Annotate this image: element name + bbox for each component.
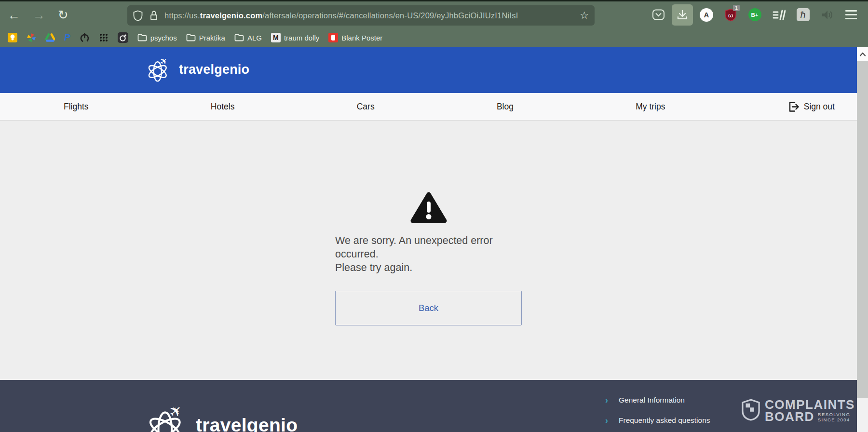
footer-brand-text: travelgenio — [196, 415, 298, 432]
nav-item-cars[interactable]: Cars — [357, 102, 375, 112]
caret-up-icon — [859, 52, 866, 56]
folder-icon — [234, 34, 244, 41]
bplus-extension-icon[interactable]: B+ — [743, 1, 767, 28]
scroll-up-button[interactable] — [857, 47, 868, 61]
atom-plane-icon: ✈ — [146, 55, 171, 84]
footer-link-label: Frequently asked questions — [619, 416, 710, 425]
bookmark-dots-grid[interactable] — [99, 33, 108, 42]
error-message-line1: We are sorry. An unexpected error occurr… — [335, 234, 522, 261]
bookmark-camera[interactable] — [118, 32, 128, 43]
back-button-label: Back — [419, 303, 438, 313]
bookmark-power[interactable] — [80, 33, 90, 43]
footer-links: › General Information › Frequently asked… — [605, 394, 710, 432]
power-icon — [80, 33, 90, 43]
menu-hamburger-icon[interactable] — [839, 1, 863, 28]
footer-link-faq[interactable]: › Frequently asked questions — [605, 415, 710, 426]
nav-item-hotels[interactable]: Hotels — [211, 102, 235, 112]
hypothesis-extension-icon[interactable]: ℏ — [791, 1, 815, 28]
chevron-right-icon: › — [605, 416, 608, 425]
error-message-line2: Please try again. — [335, 261, 522, 274]
url-fade-overlay — [548, 5, 577, 26]
bookmark-drive[interactable] — [45, 33, 55, 42]
profile-avatar[interactable]: A — [694, 1, 719, 28]
bookmark-label: psychos — [150, 34, 177, 42]
error-panel: We are sorry. An unexpected error occurr… — [335, 191, 522, 325]
warning-triangle-icon — [410, 191, 447, 224]
travelgenio-logo[interactable]: ✈ travelgenio — [146, 55, 249, 84]
drive-triangle-icon — [45, 33, 55, 42]
brand-text: travelgenio — [179, 62, 249, 77]
complaintsboard-sub1: RESOLVING — [818, 412, 850, 417]
toolbar-nav-buttons: ← → ↻ — [8, 1, 68, 28]
browser-window: ← → ↻ https://us.travelgenio.com/aftersa… — [0, 0, 868, 432]
lightbulb-icon — [8, 33, 17, 42]
folder-icon — [137, 34, 147, 41]
url-bar[interactable]: https://us.travelgenio.com/aftersale/ope… — [127, 5, 595, 26]
m-glyph: M — [273, 34, 279, 41]
error-message: We are sorry. An unexpected error occurr… — [335, 234, 522, 274]
bookmark-folder-praktika[interactable]: Praktika — [186, 34, 225, 42]
nav-item-my-trips[interactable]: My trips — [636, 102, 665, 112]
url-text[interactable]: https://us.travelgenio.com/aftersale/ope… — [164, 11, 577, 20]
sign-out-button[interactable]: Sign out — [787, 101, 835, 113]
red-poster-icon — [328, 33, 338, 42]
sign-out-icon — [787, 101, 800, 113]
folder-icon — [186, 34, 196, 41]
bookmark-star-icon[interactable]: ☆ — [580, 10, 589, 21]
sign-out-label: Sign out — [804, 102, 835, 112]
page-viewport: ✈ travelgenio Flights Hotels Cars Blog M… — [0, 47, 857, 432]
nav-item-flights[interactable]: Flights — [64, 102, 89, 112]
vertical-scrollbar[interactable] — [857, 47, 868, 432]
browser-toolbar: ← → ↻ https://us.travelgenio.com/aftersa… — [0, 1, 868, 28]
complaintsboard-shield-icon — [742, 398, 760, 421]
hypothesis-glyph: ℏ — [797, 8, 810, 21]
svg-text:✈: ✈ — [158, 55, 170, 68]
toolbar-extension-icons: A ω 1 B+ — [646, 1, 863, 28]
adblock-extension-icon[interactable]: ω 1 — [719, 1, 743, 28]
reload-icon[interactable]: ↻ — [58, 9, 68, 21]
camera-icon — [118, 32, 128, 43]
tracking-shield-icon[interactable] — [133, 10, 143, 21]
download-icon — [676, 9, 689, 21]
bookmark-blank-poster[interactable]: Blank Poster — [328, 33, 382, 42]
url-scheme: https://us. — [164, 11, 200, 20]
atom-plane-icon: ✈ — [145, 403, 189, 432]
bplus-label: B+ — [748, 8, 761, 21]
profile-letter: A — [700, 8, 713, 22]
bookmark-lightbulb[interactable] — [8, 33, 17, 42]
pinwheel-icon — [27, 33, 36, 42]
back-arrow-icon[interactable]: ← — [8, 9, 20, 21]
paypal-icon: P — [64, 32, 70, 43]
pocket-icon[interactable] — [646, 1, 670, 28]
downloads-button[interactable] — [670, 1, 694, 28]
nav-item-blog[interactable]: Blog — [497, 102, 514, 112]
bookmarks-bar: P — [0, 28, 868, 47]
footer-link-general-information[interactable]: › General Information — [605, 394, 710, 406]
bookmark-paypal[interactable]: P — [64, 32, 70, 43]
bookmark-label: Blank Poster — [341, 34, 382, 42]
bookmark-label: traum dolly — [284, 34, 319, 42]
site-footer: ✈ travelgenio › General Information › Fr… — [0, 380, 857, 432]
complaintsboard-sub2: SINCE 2004 — [818, 417, 850, 422]
bookmark-pinwheel[interactable] — [27, 33, 36, 42]
bookmark-traum-dolly[interactable]: M traum dolly — [271, 33, 319, 42]
downloads-highlight — [672, 4, 693, 26]
adblock-glyph: ω — [728, 12, 733, 19]
footer-brand: ✈ travelgenio — [145, 403, 298, 432]
bookmark-label: Praktika — [199, 34, 225, 42]
bookmark-folder-psychos[interactable]: psychos — [137, 34, 177, 42]
back-button[interactable]: Back — [335, 291, 522, 325]
stats-lines-icon[interactable] — [767, 1, 791, 28]
m-tile-icon: M — [271, 33, 281, 42]
lock-icon — [149, 10, 158, 21]
url-path: /aftersale/operations/#/cancellations/en… — [262, 11, 518, 20]
bookmark-folder-alg[interactable]: ALG — [234, 34, 262, 42]
complaintsboard-word2: BOARD — [765, 411, 814, 422]
forward-arrow-icon[interactable]: → — [33, 9, 45, 21]
adblock-badge: 1 — [733, 5, 740, 11]
adblock-shield-icon: ω 1 — [724, 8, 737, 22]
complaintsboard-logo[interactable]: COMPLAINTS BOARD RESOLVING SINCE 2004 — [742, 398, 855, 422]
scrollbar-thumb[interactable] — [857, 61, 868, 398]
speaker-muted-icon[interactable] — [815, 1, 839, 28]
footer-link-label: General Information — [619, 396, 685, 405]
